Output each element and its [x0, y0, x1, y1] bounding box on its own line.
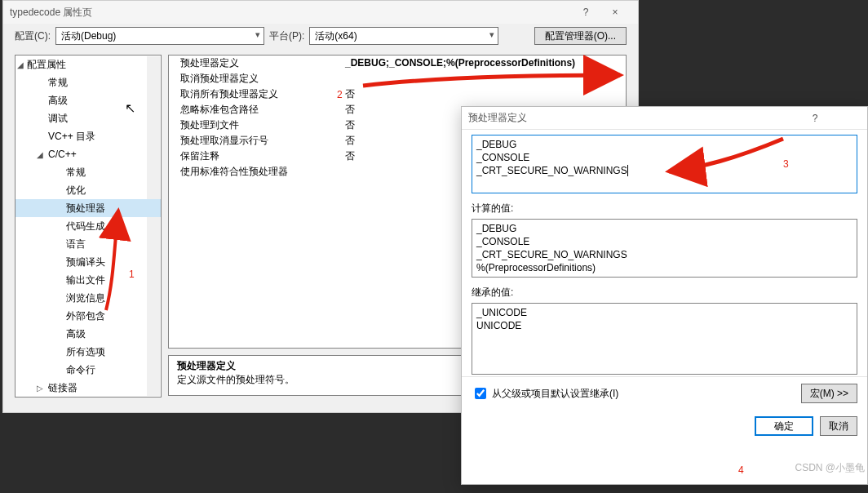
inherited-values: _UNICODE UNICODE [472, 303, 857, 375]
grid-property-name: 保留注释 [169, 149, 340, 164]
tree-item-label: 优化 [66, 184, 86, 196]
preprocessor-definitions-dialog: 预处理器定义 ? _DEBUG _CONSOLE _CRT_SECURE_NO_… [461, 106, 868, 485]
tree-item[interactable]: 预处理器 [16, 199, 161, 217]
grid-row[interactable]: 取消所有预处理器定义否 [169, 87, 626, 102]
tree-item-label: 调试 [48, 113, 68, 124]
expander-icon[interactable]: ◢ [17, 58, 24, 73]
expander-icon[interactable]: ◢ [37, 148, 43, 162]
tree-item[interactable]: ◢C/C++ [16, 145, 161, 163]
grid-property-value[interactable]: _DEBUG;_CONSOLE;%(PreprocessorDefinition… [340, 56, 626, 71]
tree-item-label: 高级 [66, 328, 86, 340]
tree-item[interactable]: ▷链接器 [16, 379, 161, 397]
tree-item-label: C/C++ [48, 149, 77, 160]
popup-title: 预处理器定义 [468, 111, 802, 125]
inherit-checkbox[interactable] [475, 388, 486, 399]
tree-item[interactable]: ▷清单工具 [16, 397, 161, 398]
tree-panel[interactable]: ◢配置属性常规高级调试VC++ 目录◢C/C++常规优化预处理器代码生成语言预编… [15, 55, 162, 398]
cancel-button[interactable]: 取消 [820, 416, 857, 436]
calculated-values: _DEBUG _CONSOLE _CRT_SECURE_NO_WARNINGS … [472, 219, 857, 278]
grid-property-name: 预处理取消显示行号 [169, 133, 340, 149]
tree-item[interactable]: 预编译头 [16, 253, 161, 271]
ok-button[interactable]: 确定 [755, 416, 813, 436]
inherit-checkbox-label[interactable]: 从父级或项目默认设置继承(I) [472, 385, 793, 402]
grid-property-name: 使用标准符合性预处理器 [169, 164, 340, 180]
tree-item-label: VC++ 目录 [48, 131, 95, 142]
tree-item-label: 浏览信息 [66, 292, 105, 304]
grid-property-name: 预处理器定义 [169, 56, 340, 71]
popup-title-bar: 预处理器定义 ? [462, 107, 867, 130]
tree-item-label: 命令行 [66, 364, 95, 375]
tree-item-label: 代码生成 [66, 220, 105, 232]
tree-item[interactable]: 输出文件 [16, 271, 161, 289]
window-title: typedecode 属性页 [10, 6, 573, 20]
tree-item-label: 输出文件 [66, 274, 105, 286]
grid-property-value[interactable]: 否 [340, 87, 626, 102]
grid-row[interactable]: 取消预处理器定义 [169, 71, 626, 87]
tree-item-label: 预编译头 [66, 256, 105, 268]
platform-label: 平台(P): [269, 29, 304, 43]
tree-item[interactable]: 浏览信息 [16, 289, 161, 307]
tree-item-label: 语言 [66, 238, 86, 250]
tree-item-label: 链接器 [48, 382, 78, 393]
tree-item-label: 配置属性 [27, 59, 66, 70]
tree-item-label: 所有选项 [66, 346, 105, 358]
definitions-editbox[interactable]: _DEBUG _CONSOLE _CRT_SECURE_NO_WARNINGS [472, 135, 857, 193]
tree-item-label: 外部包含 [66, 310, 105, 322]
inherited-label: 继承的值: [472, 286, 857, 300]
calculated-label: 计算的值: [472, 202, 857, 215]
tree-item[interactable]: VC++ 目录 [16, 127, 161, 145]
tree-item[interactable]: 优化 [16, 181, 161, 199]
tree-item[interactable]: 命令行 [16, 361, 161, 379]
tree-item-label: 预处理器 [66, 202, 105, 214]
tree-item-label: 常规 [48, 77, 68, 88]
grid-property-name: 预处理到文件 [169, 118, 340, 133]
grid-property-name: 取消所有预处理器定义 [169, 87, 340, 102]
text-cursor [627, 165, 628, 176]
tree-item[interactable]: 常规 [16, 163, 161, 181]
watermark: CSDN @小墨龟 [795, 461, 865, 475]
tree-item[interactable]: 调试 [16, 109, 161, 127]
expander-icon[interactable]: ▷ [37, 381, 43, 396]
main-title-bar: typedecode 属性页 ? × [3, 1, 638, 24]
macro-button[interactable]: 宏(M) >> [801, 384, 857, 403]
config-manager-button[interactable]: 配置管理器(O)... [534, 27, 627, 45]
config-combo[interactable]: 活动(Debug) [55, 27, 264, 45]
grid-property-value[interactable] [340, 71, 626, 87]
close-button[interactable]: × [599, 7, 631, 18]
tree-item[interactable]: 代码生成 [16, 217, 161, 235]
tree-item-label: 高级 [48, 95, 68, 106]
tree-item[interactable]: 语言 [16, 235, 161, 253]
tree-item-label: 常规 [66, 167, 86, 178]
tree-item[interactable]: 高级 [16, 91, 161, 109]
config-label: 配置(C): [15, 29, 51, 43]
tree-item[interactable]: 常规 [16, 73, 161, 91]
grid-property-name: 忽略标准包含路径 [169, 102, 340, 118]
tree-item[interactable]: 外部包含 [16, 307, 161, 325]
tree-item[interactable]: ◢配置属性 [16, 56, 161, 73]
help-button[interactable]: ? [573, 7, 599, 18]
tree-item[interactable]: 高级 [16, 325, 161, 343]
grid-row[interactable]: 预处理器定义_DEBUG;_CONSOLE;%(PreprocessorDefi… [169, 56, 626, 71]
config-toolbar: 配置(C): 活动(Debug) 平台(P): 活动(x64) 配置管理器(O)… [3, 24, 638, 48]
tree-item[interactable]: 所有选项 [16, 343, 161, 361]
popup-help-button[interactable]: ? [802, 113, 828, 124]
platform-combo[interactable]: 活动(x64) [309, 27, 498, 45]
grid-property-name: 取消预处理器定义 [169, 71, 340, 87]
